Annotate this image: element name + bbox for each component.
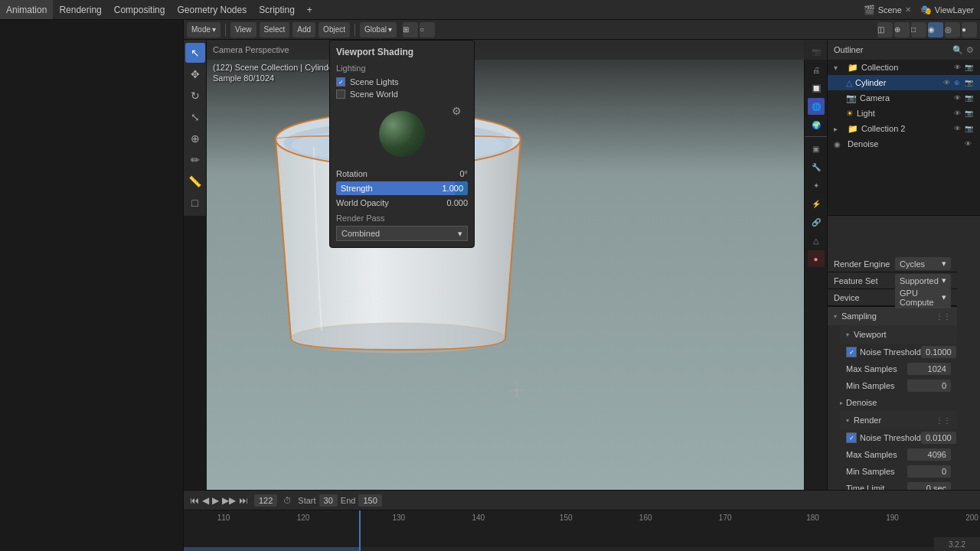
rotate-tool[interactable]: ↻ (185, 86, 205, 106)
snap-btn[interactable]: ⊞ (403, 22, 418, 37)
select-menu[interactable]: Select (260, 22, 290, 37)
eye-icon[interactable]: 👁 (954, 64, 963, 71)
scrubber-bar[interactable] (184, 547, 980, 551)
particles-icon-btn[interactable]: ✦ (808, 177, 825, 194)
view-layer-icon-btn[interactable]: 🔲 (808, 80, 825, 96)
add-cube-tool[interactable]: □ (185, 193, 205, 213)
r-max-samples-value[interactable]: 4096 (907, 448, 951, 461)
wireframe-btn[interactable]: □ (911, 22, 926, 37)
vp-min-samples-value[interactable]: 0 (907, 380, 951, 392)
prev-frame-btn[interactable]: ◀ (202, 495, 209, 506)
strength-bar[interactable]: Strength 1.000 (336, 181, 468, 195)
feature-set-dropdown[interactable]: Supported ▾ (895, 274, 951, 287)
sampling-header[interactable]: ▾ Sampling ⋮⋮ (828, 307, 957, 325)
camera-eye-icon[interactable]: 👁 (954, 94, 963, 102)
vp-max-samples-row: Max Samples 1024 (840, 360, 957, 377)
cylinder-active-icon[interactable]: ⊕ (954, 79, 963, 86)
denoise-eye-icon[interactable]: 👁 (965, 140, 974, 148)
proportional-btn[interactable]: ○ (420, 22, 435, 37)
vp-noise-threshold-checkbox[interactable]: ✓ (846, 347, 857, 357)
light-render-icon[interactable]: 📷 (965, 109, 974, 117)
scene-lights-row[interactable]: ✓ Scene Lights (336, 77, 468, 86)
overlay-btn[interactable]: ◫ (877, 22, 893, 37)
r-min-samples-value[interactable]: 0 (907, 465, 951, 478)
scene-icon-btn[interactable]: 🌐 (808, 98, 825, 115)
end-label: End (341, 496, 356, 505)
add-menu[interactable]: Add (292, 22, 315, 37)
r-noise-threshold-checkbox[interactable]: ✓ (846, 432, 857, 443)
outliner-settings-icon[interactable]: ⚙ (966, 45, 974, 55)
col2-render-icon[interactable]: 📷 (965, 125, 974, 132)
light-eye-icon[interactable]: 👁 (954, 109, 963, 117)
hdri-preview[interactable] (379, 111, 425, 157)
material-btn[interactable]: ◎ (945, 22, 960, 37)
device-dropdown[interactable]: GPU Compute ▾ (895, 287, 951, 308)
cursor-tool[interactable]: ↖ (185, 43, 205, 63)
scene-lights-checkbox[interactable]: ✓ (336, 77, 345, 86)
tick-180: 180 (806, 514, 819, 522)
play-btn[interactable]: ▶ (212, 495, 219, 506)
render-pass-dropdown[interactable]: Combined ▾ (336, 226, 468, 241)
outliner-item-denoise[interactable]: ◉ Denoise 👁 (828, 136, 980, 152)
transform-global[interactable]: Global ▾ (360, 22, 397, 37)
camera-render-icon[interactable]: 📷 (965, 94, 974, 102)
menu-geometry-nodes[interactable]: Geometry Nodes (171, 0, 253, 19)
end-frame[interactable]: 150 (358, 494, 381, 507)
data-icon-btn[interactable]: △ (808, 232, 825, 249)
viewport[interactable]: Camera Perspective (122) Scene Collectio… (207, 40, 827, 490)
render-menu-icon[interactable]: ⋮⋮ (936, 416, 951, 425)
vp-noise-threshold-value[interactable]: 0.1000 (921, 346, 956, 358)
render-engine-dropdown[interactable]: Cycles ▾ (895, 257, 951, 270)
r-noise-threshold-value[interactable]: 0.0100 (921, 432, 956, 444)
jump-start-btn[interactable]: ⏮ (190, 495, 199, 506)
col2-eye-icon[interactable]: 👁 (954, 125, 963, 132)
output-icon-btn[interactable]: 🖨 (808, 61, 825, 78)
modifier-icon-btn[interactable]: 🔧 (808, 158, 825, 175)
scale-tool[interactable]: ⤡ (185, 107, 205, 127)
scene-selector[interactable]: 🎬 Scene ✕ 🎭 ViewLayer (858, 5, 980, 15)
current-frame[interactable]: 122 (254, 494, 277, 507)
menu-compositing[interactable]: Compositing (108, 0, 172, 19)
viewport-sub-header[interactable]: ▾ Viewport (840, 325, 957, 344)
move-tool[interactable]: ✥ (185, 64, 205, 84)
world-icon-btn[interactable]: 🌍 (808, 116, 825, 133)
menu-rendering[interactable]: Rendering (53, 0, 107, 19)
jump-end-btn[interactable]: ⏭ (239, 495, 248, 506)
menu-animation[interactable]: Animation (0, 0, 53, 19)
physics-icon-btn[interactable]: ⚡ (808, 195, 825, 212)
annotate-tool[interactable]: ✏ (185, 150, 205, 170)
constraints-icon-btn[interactable]: 🔗 (808, 214, 825, 230)
gizmo-btn[interactable]: ⊕ (894, 22, 910, 37)
transform-tool[interactable]: ⊕ (185, 129, 205, 148)
menu-add[interactable]: + (301, 0, 318, 19)
outliner-filter-icon[interactable]: 🔍 (952, 45, 963, 55)
timeline-track[interactable]: 110 120 130 140 150 160 170 180 190 200 (184, 510, 980, 551)
solid-btn[interactable]: ◉ (928, 22, 943, 37)
object-menu[interactable]: Object (318, 22, 350, 37)
vp-max-samples-value[interactable]: 1024 (907, 363, 951, 375)
cylinder-eye-icon[interactable]: 👁 (943, 79, 952, 86)
header-toolbar: Mode ▾ View Select Add Object Global ▾ ⊞… (184, 20, 980, 40)
next-frame-btn[interactable]: ▶▶ (222, 495, 236, 506)
cylinder-render-icon[interactable]: 📷 (965, 79, 974, 86)
playhead[interactable] (359, 510, 361, 551)
material-icon-btn[interactable]: ● (808, 250, 825, 267)
outliner-item-cylinder[interactable]: △ Cylinder 👁 ⊕ 📷 (828, 75, 980, 90)
measure-tool[interactable]: 📏 (185, 171, 205, 191)
hdri-settings-gear[interactable]: ⚙ (452, 105, 462, 117)
sampling-menu-icon[interactable]: ⋮⋮ (936, 312, 951, 321)
view-menu[interactable]: View (230, 22, 256, 37)
scene-world-checkbox[interactable] (336, 90, 345, 99)
object-icon-btn[interactable]: ▣ (808, 140, 825, 157)
outliner-item-camera[interactable]: 📷 Camera 👁 📷 (828, 90, 980, 106)
outliner-item-collection[interactable]: ▾ 📁 Collection 👁 📷 (828, 60, 980, 75)
render-vis-icon[interactable]: 📷 (965, 64, 974, 71)
scene-world-row[interactable]: Scene World (336, 90, 468, 99)
render-sub-header[interactable]: ▾ Render ⋮⋮ (840, 411, 957, 429)
menu-scripting[interactable]: Scripting (253, 0, 301, 19)
outliner-item-collection2[interactable]: ▸ 📁 Collection 2 👁 📷 (828, 121, 980, 136)
rendered-btn[interactable]: ● (962, 22, 977, 37)
outliner-item-light[interactable]: ☀ Light 👁 📷 (828, 106, 980, 121)
start-frame[interactable]: 30 (319, 494, 338, 507)
mode-selector[interactable]: Mode ▾ (187, 22, 220, 37)
